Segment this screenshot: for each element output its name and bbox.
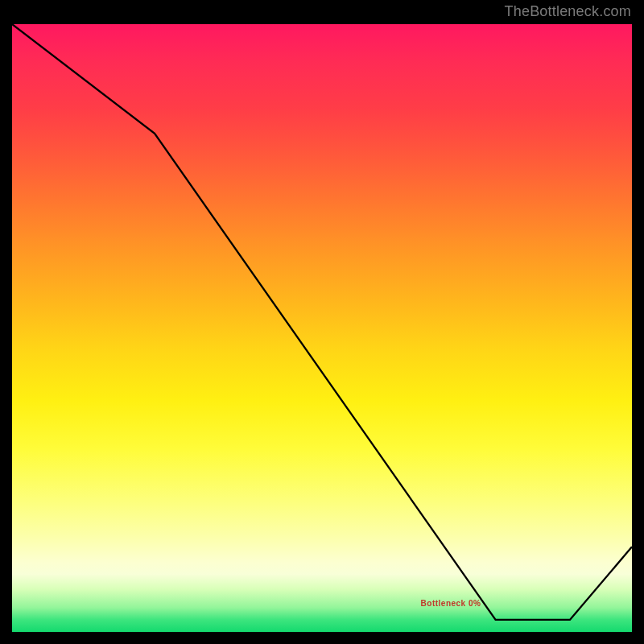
line-plot-svg bbox=[12, 24, 632, 632]
plot-area: Bottleneck 0% bbox=[12, 24, 632, 632]
data-line bbox=[12, 24, 632, 620]
watermark-text: TheBottleneck.com bbox=[505, 3, 631, 20]
chart-frame: TheBottleneck.com Bottleneck 0% bbox=[0, 0, 644, 644]
